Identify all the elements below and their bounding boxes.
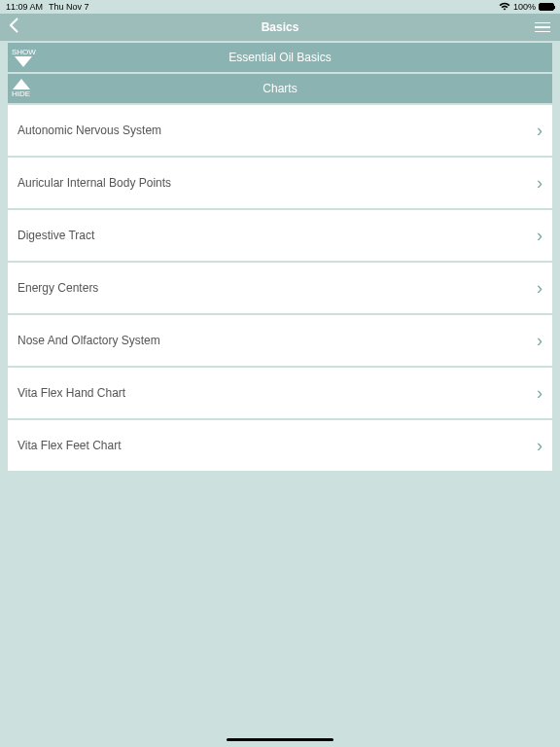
menu-button[interactable] (535, 22, 550, 33)
battery-percent: 100% (513, 2, 536, 12)
back-button[interactable] (10, 18, 19, 38)
hide-toggle[interactable]: HIDE (12, 79, 30, 98)
triangle-down-icon (15, 56, 32, 67)
status-left: 11:09 AM Thu Nov 7 (6, 2, 89, 12)
list-item[interactable]: Auricular Internal Body Points › (8, 158, 552, 208)
list-item[interactable]: Vita Flex Feet Chart › (8, 420, 552, 471)
section-title: Charts (262, 82, 297, 95)
chevron-right-icon: › (537, 436, 542, 456)
list-item[interactable]: Digestive Tract › (8, 210, 552, 261)
triangle-up-icon (13, 79, 30, 89)
show-label: SHOW (12, 48, 36, 56)
list-item-label: Vita Flex Hand Chart (18, 386, 125, 400)
page-title: Basics (262, 20, 299, 34)
chevron-right-icon: › (537, 383, 542, 404)
list-item[interactable]: Energy Centers › (8, 263, 552, 313)
list-item[interactable]: Nose And Olfactory System › (8, 315, 552, 366)
battery-icon (539, 3, 554, 11)
list-item[interactable]: Vita Flex Hand Chart › (8, 368, 552, 418)
chevron-right-icon: › (537, 121, 542, 141)
status-bar: 11:09 AM Thu Nov 7 100% (0, 0, 560, 14)
chevron-right-icon: › (537, 173, 542, 194)
show-toggle[interactable]: SHOW (12, 48, 36, 67)
status-right: 100% (499, 2, 554, 13)
section-title: Essential Oil Basics (228, 51, 331, 64)
list-item-label: Auricular Internal Body Points (18, 176, 171, 190)
list-item-label: Autonomic Nervous System (18, 124, 161, 137)
chevron-right-icon: › (537, 331, 542, 351)
list-item-label: Energy Centers (18, 281, 98, 295)
home-indicator[interactable] (227, 738, 333, 741)
list-container: Autonomic Nervous System › Auricular Int… (0, 105, 560, 471)
hide-label: HIDE (12, 89, 30, 98)
status-time: 11:09 AM (6, 2, 43, 12)
nav-bar: Basics (0, 14, 560, 41)
list-item[interactable]: Autonomic Nervous System › (8, 105, 552, 156)
list-item-label: Vita Flex Feet Chart (18, 439, 122, 452)
wifi-icon (499, 2, 510, 13)
section-charts[interactable]: HIDE Charts (8, 74, 552, 103)
section-essential-oil-basics[interactable]: SHOW Essential Oil Basics (8, 43, 552, 72)
list-item-label: Digestive Tract (18, 229, 94, 242)
chevron-right-icon: › (537, 226, 542, 246)
status-date: Thu Nov 7 (49, 2, 89, 12)
list-item-label: Nose And Olfactory System (18, 334, 160, 347)
chevron-right-icon: › (537, 278, 542, 299)
